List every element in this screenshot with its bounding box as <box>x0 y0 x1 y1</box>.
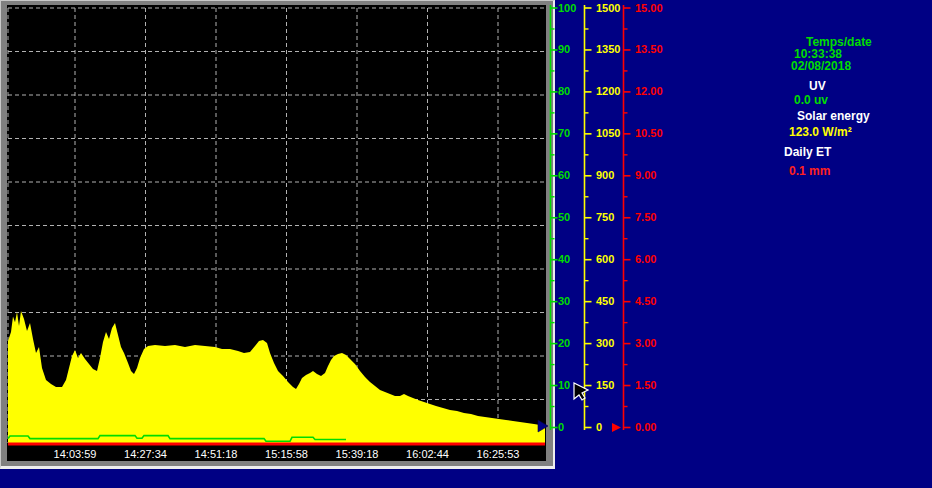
et_scale-tick-label: 13.50 <box>635 44 663 55</box>
uv-value: 0.0 uv <box>794 94 828 106</box>
uv_scale-tick-label: 90 <box>558 44 570 55</box>
solar_scale-tick-label: 1200 <box>596 86 620 97</box>
et_scale-tick-label: 3.00 <box>635 338 656 349</box>
time-axis-label: 14:51:18 <box>195 449 238 460</box>
solar_scale-tick-label: 300 <box>596 338 614 349</box>
et_scale-tick-label: 10.50 <box>635 128 663 139</box>
time-axis-label: 14:03:59 <box>54 449 97 460</box>
solar_scale-tick-label: 150 <box>596 380 614 391</box>
et_scale-tick-label: 0.00 <box>635 422 656 433</box>
uv_scale-tick-label: 70 <box>558 128 570 139</box>
uv_scale-tick-label: 30 <box>558 296 570 307</box>
uv_scale-tick-label: 60 <box>558 170 570 181</box>
uv_scale-tick-label: 100 <box>558 3 576 14</box>
et_scale-tick-label: 12.00 <box>635 86 663 97</box>
strip-chart-svg <box>0 0 932 488</box>
daily-et-label: Daily ET <box>784 146 831 158</box>
weather-app-window: 1009080706050403020100150013501200105090… <box>0 0 932 488</box>
time-axis-label: 15:15:58 <box>265 449 308 460</box>
uv-label: UV <box>809 80 826 92</box>
time-axis-label: 14:27:34 <box>124 449 167 460</box>
uv_scale-tick-label: 50 <box>558 212 570 223</box>
uv_scale-tick-label: 20 <box>558 338 570 349</box>
solar_scale-tick-label: 600 <box>596 254 614 265</box>
solar-energy-value: 123.0 W/m² <box>789 126 852 138</box>
solar_scale-tick-label: 1050 <box>596 128 620 139</box>
solar_scale-tick-label: 0 <box>596 422 602 433</box>
uv_scale-tick-label: 80 <box>558 86 570 97</box>
solar_scale-tick-label: 900 <box>596 170 614 181</box>
solar_scale-tick-label: 1500 <box>596 3 620 14</box>
daily-et-value: 0.1 mm <box>789 165 830 177</box>
uv_scale-tick-label: 0 <box>558 422 564 433</box>
solar_scale-tick-label: 750 <box>596 212 614 223</box>
et_scale-tick-label: 15.00 <box>635 3 663 14</box>
time-axis-label: 16:02:44 <box>406 449 449 460</box>
solar-area-series <box>8 311 545 444</box>
solar_scale-tick-label: 1350 <box>596 44 620 55</box>
et-line-series <box>8 443 545 446</box>
et_scale-tick-label: 9.00 <box>635 170 656 181</box>
time-axis-label: 15:39:18 <box>336 449 379 460</box>
solar_scale-tick-label: 450 <box>596 296 614 307</box>
time-axis-label: 16:25:53 <box>477 449 520 460</box>
et_scale-tick-label: 7.50 <box>635 212 656 223</box>
et_scale-tick-label: 1.50 <box>635 380 656 391</box>
solar-energy-label: Solar energy <box>797 110 870 122</box>
date-value: 02/08/2018 <box>791 60 851 72</box>
et-current-marker <box>612 423 621 432</box>
uv_scale-tick-label: 40 <box>558 254 570 265</box>
uv_scale-tick-label: 10 <box>558 380 570 391</box>
et_scale-tick-label: 4.50 <box>635 296 656 307</box>
et_scale-tick-label: 6.00 <box>635 254 656 265</box>
